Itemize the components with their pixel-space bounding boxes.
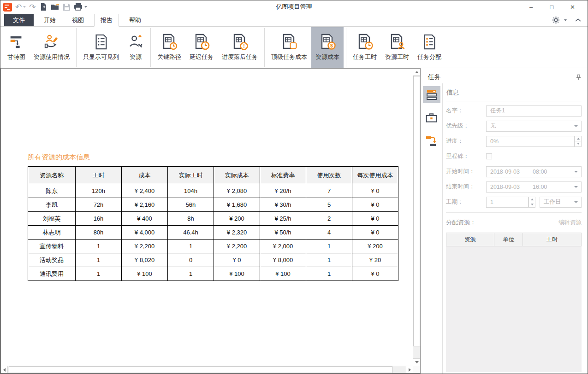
undo-button[interactable]: ↶ — [15, 2, 26, 12]
table-cell[interactable]: 1 — [306, 240, 352, 253]
table-cell[interactable]: 72h — [76, 198, 122, 212]
task-name-input[interactable]: 任务1 — [486, 105, 582, 117]
table-cell[interactable]: ¥ 0 — [352, 212, 398, 226]
table-cell[interactable]: ¥ 20/h — [260, 184, 306, 198]
print-button[interactable] — [74, 2, 87, 12]
vertical-scrollbar[interactable] — [413, 69, 420, 365]
table-cell[interactable]: ¥ 100 — [122, 267, 168, 281]
table-cell[interactable]: ¥ 2,080 — [214, 184, 260, 198]
table-cell[interactable]: 林志明 — [28, 226, 76, 240]
table-cell[interactable]: ¥ 50/h — [260, 226, 306, 240]
unit-column-header[interactable]: 单位 — [494, 233, 523, 246]
table-cell[interactable]: ¥ 4,000 — [122, 226, 168, 240]
behind-schedule-button[interactable]: ! 进度落后任务 — [218, 27, 262, 68]
save-button[interactable] — [63, 2, 71, 12]
table-cell[interactable]: ¥ 200 — [214, 212, 260, 226]
tab-report[interactable]: 报告 — [94, 14, 119, 27]
resource-cost-table[interactable]: 资源名称工时成本实际工时实际成本标准费率使用次数每次使用成本 陈东120h¥ 2… — [28, 166, 398, 281]
table-cell[interactable]: 16h — [76, 212, 122, 226]
milestone-checkbox[interactable] — [486, 153, 492, 159]
redo-button[interactable]: ↷ — [29, 2, 36, 12]
table-cell[interactable]: 46.4h — [168, 226, 214, 240]
file-menu-button[interactable]: 文件 — [4, 14, 34, 26]
scroll-left-button[interactable] — [1, 366, 8, 373]
open-file-button[interactable] — [51, 2, 59, 12]
table-cell[interactable]: ¥ 2,200 — [214, 240, 260, 253]
table-cell[interactable]: 5 — [306, 198, 352, 212]
horizontal-scrollbar[interactable] — [1, 366, 413, 373]
table-cell[interactable]: ¥ 0 — [352, 198, 398, 212]
priority-select[interactable]: 无 — [486, 121, 582, 132]
gear-icon[interactable] — [552, 16, 560, 24]
duration-unit-select[interactable]: 工作日 — [540, 197, 582, 208]
progress-input[interactable]: 0% — [486, 136, 575, 147]
table-cell[interactable]: 2 — [306, 212, 352, 226]
table-cell[interactable]: 1 — [168, 267, 214, 281]
print-caret-icon[interactable] — [84, 6, 87, 8]
close-button[interactable]: ✕ — [562, 1, 583, 13]
resource-column-header[interactable]: 资源 — [446, 233, 494, 246]
resource-usage-button[interactable]: 资源使用情况 — [30, 27, 74, 68]
table-cell[interactable]: 1 — [76, 267, 122, 281]
task-info-tab[interactable] — [423, 86, 440, 103]
table-cell[interactable]: 80h — [76, 226, 122, 240]
tab-start[interactable]: 开始 — [38, 14, 62, 26]
table-cell[interactable]: 0 — [168, 253, 214, 267]
resource-hours-button[interactable]: 资源工时 — [381, 27, 413, 68]
table-header-cell[interactable]: 资源名称 — [28, 167, 76, 184]
table-cell[interactable]: ¥ 0 — [214, 253, 260, 267]
table-cell[interactable]: 宣传物料 — [28, 240, 76, 253]
table-header-cell[interactable]: 使用次数 — [306, 167, 352, 184]
table-cell[interactable]: ¥ 8,020 — [122, 253, 168, 267]
tab-help[interactable]: 帮助 — [123, 14, 147, 26]
horizontal-scroll-thumb[interactable] — [9, 366, 392, 373]
table-cell[interactable]: 7 — [306, 184, 352, 198]
table-cell[interactable]: 8h — [168, 212, 214, 226]
table-cell[interactable]: ¥ 20 — [352, 253, 398, 267]
table-cell[interactable]: ¥ 1,680 — [214, 198, 260, 212]
table-cell[interactable]: 刘福英 — [28, 212, 76, 226]
table-header-cell[interactable]: 每次使用成本 — [352, 167, 398, 184]
gantt-button[interactable]: 甘特图 — [3, 27, 30, 68]
minimize-button[interactable]: – — [521, 1, 541, 13]
new-file-button[interactable] — [39, 2, 48, 12]
table-cell[interactable]: ¥ 400 — [122, 212, 168, 226]
tab-view[interactable]: 视图 — [66, 14, 90, 26]
vertical-scroll-thumb[interactable] — [413, 76, 420, 346]
end-time-picker[interactable]: 2018-09-0316:00 — [486, 181, 582, 193]
table-cell[interactable]: 104h — [168, 184, 214, 198]
resource-table-body[interactable] — [446, 246, 582, 372]
table-cell[interactable]: ¥ 0 — [352, 267, 398, 281]
visible-columns-button[interactable]: 只显示可见列 — [79, 27, 123, 68]
table-cell[interactable]: ¥ 2,160 — [122, 198, 168, 212]
maximize-button[interactable]: □ — [541, 1, 562, 13]
table-header-cell[interactable]: 成本 — [122, 167, 168, 184]
table-header-cell[interactable]: 实际成本 — [214, 167, 260, 184]
table-cell[interactable]: ¥ 200 — [352, 240, 398, 253]
duration-input[interactable]: 1 — [486, 197, 529, 208]
table-cell[interactable]: ¥ 100 — [214, 267, 260, 281]
duration-stepper[interactable] — [529, 197, 535, 208]
table-cell[interactable]: 1 — [76, 240, 122, 253]
scroll-right-button[interactable] — [406, 366, 413, 373]
task-dependency-tab[interactable] — [423, 132, 440, 149]
table-cell[interactable]: ¥ 0 — [352, 184, 398, 198]
table-cell[interactable]: 1 — [306, 267, 352, 281]
progress-stepper[interactable] — [575, 136, 582, 147]
table-cell[interactable]: 1 — [76, 253, 122, 267]
table-cell[interactable]: ¥ 100 — [260, 267, 306, 281]
task-assignment-button[interactable]: 任务分配 — [413, 27, 445, 68]
delayed-task-button[interactable]: 延迟任务 — [185, 27, 218, 68]
table-cell[interactable]: 120h — [76, 184, 122, 198]
table-cell[interactable]: ¥ 2,320 — [214, 226, 260, 240]
table-cell[interactable]: 4 — [306, 226, 352, 240]
table-cell[interactable]: ¥ 2,000 — [260, 240, 306, 253]
task-hours-button[interactable]: 任务工时 — [349, 27, 381, 68]
undo-caret-icon[interactable] — [23, 6, 26, 8]
table-cell[interactable]: ¥ 2,200 — [122, 240, 168, 253]
gear-caret-icon[interactable] — [564, 19, 567, 21]
table-header-cell[interactable]: 实际工时 — [168, 167, 214, 184]
table-cell[interactable]: ¥ 30/h — [260, 198, 306, 212]
table-cell[interactable]: ¥ 0 — [352, 226, 398, 240]
table-header-cell[interactable]: 标准费率 — [260, 167, 306, 184]
